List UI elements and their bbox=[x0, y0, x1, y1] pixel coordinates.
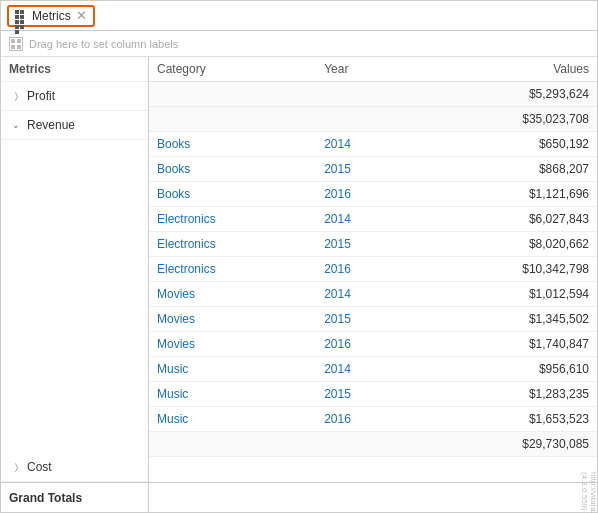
page-wrapper: Metrics ✕ Drag here to set column labels… bbox=[0, 0, 598, 513]
row-year: 2016 bbox=[316, 257, 412, 282]
left-panel-spacer bbox=[1, 140, 148, 453]
table-row: Movies 2014 $1,012,594 bbox=[149, 282, 597, 307]
data-table: Category Year Values $5,293,624 bbox=[149, 57, 597, 457]
row-year: 2015 bbox=[316, 232, 412, 257]
row-year: 2015 bbox=[316, 307, 412, 332]
row-value: $956,610 bbox=[412, 357, 597, 382]
col-header-values: Values bbox=[412, 57, 597, 82]
cost-value: $29,730,085 bbox=[412, 432, 597, 457]
drop-label-text: Drag here to set column labels bbox=[29, 38, 178, 50]
row-year: 2015 bbox=[316, 157, 412, 182]
svg-rect-3 bbox=[17, 45, 21, 49]
col-header-year: Year bbox=[316, 57, 412, 82]
left-panel: Metrics 〉 Profit ⌄ Revenue 〉 Cost bbox=[1, 57, 149, 482]
cost-summary-row: $29,730,085 bbox=[149, 432, 597, 457]
row-category: Music bbox=[149, 407, 316, 432]
chevron-right-icon-cost: 〉 bbox=[9, 460, 23, 474]
row-category: Movies bbox=[149, 332, 316, 357]
toolbar: Metrics ✕ bbox=[1, 1, 597, 31]
svg-rect-0 bbox=[11, 39, 15, 43]
grand-totals-value bbox=[149, 483, 597, 512]
revenue-summary-row: $35,023,708 bbox=[149, 107, 597, 132]
revenue-value: $35,023,708 bbox=[412, 107, 597, 132]
row-year: 2014 bbox=[316, 207, 412, 232]
grid-icon bbox=[15, 10, 27, 22]
col-header-category: Category bbox=[149, 57, 316, 82]
row-category: Books bbox=[149, 182, 316, 207]
metrics-pill-label: Metrics bbox=[32, 9, 71, 23]
metric-item-profit[interactable]: 〉 Profit bbox=[1, 82, 148, 111]
profit-cat bbox=[149, 82, 316, 107]
drop-icon bbox=[9, 37, 23, 51]
chevron-down-icon: ⌄ bbox=[9, 118, 23, 132]
table-row: Movies 2016 $1,740,847 bbox=[149, 332, 597, 357]
row-value: $1,740,847 bbox=[412, 332, 597, 357]
left-panel-header: Metrics bbox=[1, 57, 148, 82]
row-value: $6,027,843 bbox=[412, 207, 597, 232]
row-year: 2016 bbox=[316, 407, 412, 432]
grand-totals-label: Grand Totals bbox=[1, 483, 149, 512]
row-value: $1,012,594 bbox=[412, 282, 597, 307]
row-value: $868,207 bbox=[412, 157, 597, 182]
row-category: Electronics bbox=[149, 232, 316, 257]
cost-cat bbox=[149, 432, 316, 457]
table-row: Music 2015 $1,283,235 bbox=[149, 382, 597, 407]
table-row: Books 2014 $650,192 bbox=[149, 132, 597, 157]
row-category: Movies bbox=[149, 282, 316, 307]
svg-rect-2 bbox=[11, 45, 15, 49]
row-category: Electronics bbox=[149, 257, 316, 282]
metric-label-cost: Cost bbox=[27, 460, 52, 474]
metrics-pill[interactable]: Metrics ✕ bbox=[7, 5, 95, 27]
row-category: Movies bbox=[149, 307, 316, 332]
table-row: Books 2015 $868,207 bbox=[149, 157, 597, 182]
row-value: $1,345,502 bbox=[412, 307, 597, 332]
metric-label-revenue: Revenue bbox=[27, 118, 75, 132]
table-row: Movies 2015 $1,345,502 bbox=[149, 307, 597, 332]
row-category: Music bbox=[149, 357, 316, 382]
table-row: Books 2016 $1,121,696 bbox=[149, 182, 597, 207]
metric-item-revenue[interactable]: ⌄ Revenue bbox=[1, 111, 148, 140]
row-value: $10,342,798 bbox=[412, 257, 597, 282]
row-value: $650,192 bbox=[412, 132, 597, 157]
row-category: Music bbox=[149, 382, 316, 407]
table-row: Electronics 2015 $8,020,662 bbox=[149, 232, 597, 257]
main-content: Metrics 〉 Profit ⌄ Revenue 〉 Cost bbox=[1, 57, 597, 482]
revenue-cat bbox=[149, 107, 316, 132]
table-header-row: Category Year Values bbox=[149, 57, 597, 82]
profit-value: $5,293,624 bbox=[412, 82, 597, 107]
metrics-close-icon[interactable]: ✕ bbox=[76, 9, 87, 22]
metric-label-profit: Profit bbox=[27, 89, 55, 103]
table-row: Music 2016 $1,653,523 bbox=[149, 407, 597, 432]
row-category: Electronics bbox=[149, 207, 316, 232]
cost-year bbox=[316, 432, 412, 457]
metric-item-cost[interactable]: 〉 Cost bbox=[1, 453, 148, 482]
row-year: 2014 bbox=[316, 357, 412, 382]
row-value: $1,121,696 bbox=[412, 182, 597, 207]
svg-rect-1 bbox=[17, 39, 21, 43]
row-year: 2015 bbox=[316, 382, 412, 407]
row-category: Books bbox=[149, 157, 316, 182]
row-year: 2016 bbox=[316, 182, 412, 207]
table-row: Music 2014 $956,610 bbox=[149, 357, 597, 382]
table-row: Electronics 2016 $10,342,798 bbox=[149, 257, 597, 282]
row-year: 2016 bbox=[316, 332, 412, 357]
profit-year bbox=[316, 82, 412, 107]
drop-label-row: Drag here to set column labels bbox=[1, 31, 597, 57]
revenue-year bbox=[316, 107, 412, 132]
row-value: $1,653,523 bbox=[412, 407, 597, 432]
chevron-right-icon: 〉 bbox=[9, 89, 23, 103]
row-value: $8,020,662 bbox=[412, 232, 597, 257]
row-category: Books bbox=[149, 132, 316, 157]
row-value: $1,283,235 bbox=[412, 382, 597, 407]
row-year: 2014 bbox=[316, 282, 412, 307]
row-year: 2014 bbox=[316, 132, 412, 157]
right-panel: Category Year Values $5,293,624 bbox=[149, 57, 597, 482]
bottom-bar: Grand Totals http://vitara.co (4.3.0.559… bbox=[1, 482, 597, 512]
profit-summary-row: $5,293,624 bbox=[149, 82, 597, 107]
table-row: Electronics 2014 $6,027,843 bbox=[149, 207, 597, 232]
